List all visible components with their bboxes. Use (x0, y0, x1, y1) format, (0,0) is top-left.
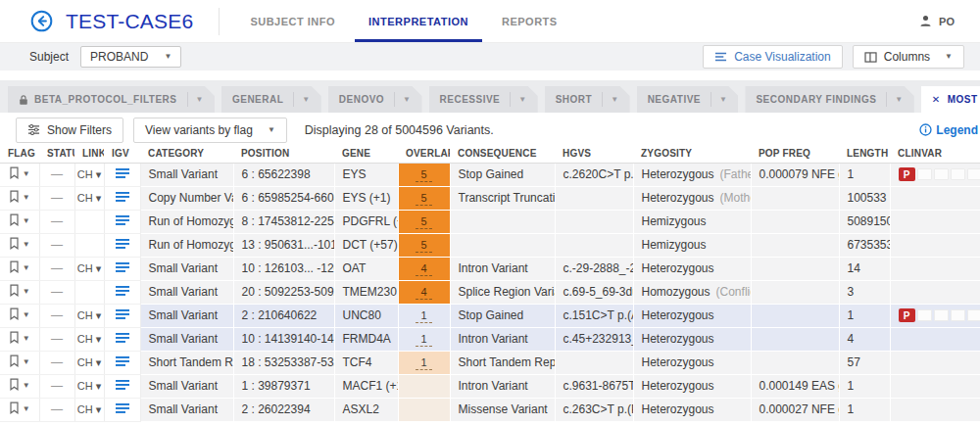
filter-tab-negative[interactable]: NEGATIVE▼ (637, 86, 739, 113)
igv-icon[interactable] (116, 333, 129, 343)
column-header-gene[interactable]: GENE (334, 147, 398, 163)
pathogenic-badge[interactable]: P (899, 308, 915, 322)
overlap-count[interactable]: 4 (416, 286, 431, 300)
columns-button[interactable]: Columns ▼ (853, 45, 964, 69)
nav-tab-reports[interactable]: REPORTS (485, 0, 574, 42)
nav-tab-interpretation[interactable]: INTERPRETATION (352, 0, 485, 42)
linked-dropdown[interactable]: CH ▾ (77, 168, 101, 180)
zygosity-cell: Heterozygous(Father) (633, 163, 751, 186)
filter-tab-most-likely[interactable]: ✕MOST LIKELY▼ (921, 86, 980, 113)
table-row[interactable]: ▼—Run of Homozygosity13 : 950631...-1017… (0, 233, 980, 257)
nav-tab-subject-info[interactable]: SUBJECT INFO (233, 0, 352, 42)
column-header-pop-freq[interactable]: POP FREQ (751, 147, 839, 163)
chevron-down-icon[interactable]: ▼ (188, 95, 212, 104)
column-header-length[interactable]: LENGTH (839, 147, 890, 163)
overlap-count[interactable]: 1 (416, 309, 431, 323)
table-row[interactable]: ▼—CH ▾Short Tandem Repe...18 : 53253387-… (0, 351, 980, 374)
flag-button[interactable]: ▼ (9, 401, 30, 417)
igv-icon[interactable] (116, 239, 129, 249)
chevron-down-icon[interactable]: ▼ (887, 95, 910, 104)
consequence-cell: Intron Variant (450, 374, 555, 398)
column-header-hgvs[interactable]: HGVS (555, 147, 633, 163)
igv-cell (104, 186, 140, 210)
table-row[interactable]: ▼—CH ▾Small Variant1 : 39879371MACF1 (+1… (0, 374, 980, 398)
igv-icon[interactable] (116, 356, 129, 366)
chevron-down-icon: ▼ (23, 194, 30, 202)
case-visualization-button[interactable]: Case Visualization (703, 45, 843, 69)
igv-icon[interactable] (116, 286, 129, 296)
table-row[interactable]: ▼—CH ▾Copy Number Variant6 : 65985254-66… (0, 186, 980, 210)
column-header-consequence[interactable]: CONSEQUENCE (450, 147, 555, 163)
overlap-count[interactable]: 5 (416, 215, 431, 229)
flag-button[interactable]: ▼ (9, 284, 30, 300)
flag-button[interactable]: ▼ (9, 190, 30, 206)
pathogenic-badge[interactable]: P (899, 167, 915, 181)
igv-icon[interactable] (116, 403, 129, 413)
table-row[interactable]: ▼—CH ▾Small Variant2 : 26022394ASXL2Miss… (0, 398, 980, 421)
flag-button[interactable]: ▼ (9, 213, 30, 229)
table-row[interactable]: ▼—CH ▾Small Variant10 : 126103... -12610… (0, 257, 980, 280)
column-header-position[interactable]: POSITION (233, 147, 334, 163)
table-row[interactable]: ▼—CH ▾Small Variant6 : 65622398EYS5Stop … (0, 163, 980, 186)
column-header-igv[interactable]: IGV (104, 147, 140, 163)
table-row[interactable]: ▼—CH ▾Small Variant2 : 210640622UNC801St… (0, 304, 980, 327)
flag-button[interactable]: ▼ (9, 166, 30, 182)
table-row[interactable]: ▼—Small Variant20 : 5092253-5092254TMEM2… (0, 280, 980, 304)
flag-button[interactable]: ▼ (9, 307, 30, 323)
filter-tab-secondary-findings[interactable]: SECONDARY FINDINGS▼ (745, 86, 913, 113)
column-header-zygosity[interactable]: ZYGOSITY (633, 147, 751, 163)
column-header-overlap[interactable]: OVERLAP (398, 147, 450, 163)
igv-icon[interactable] (116, 262, 129, 272)
linked-dropdown[interactable]: CH ▾ (77, 380, 101, 392)
igv-icon[interactable] (116, 215, 129, 225)
view-variants-by-dropdown[interactable]: View variants by flag ▼ (133, 118, 287, 143)
igv-icon[interactable] (116, 168, 129, 178)
overlap-count[interactable]: 1 (416, 356, 431, 370)
overlap-count[interactable]: 5 (416, 192, 431, 206)
user-chip[interactable]: PO (918, 14, 955, 28)
linked-dropdown[interactable]: CH ▾ (77, 309, 101, 321)
column-header-status[interactable]: STATUS (39, 147, 74, 163)
overlap-count[interactable]: 1 (416, 333, 431, 347)
igv-icon[interactable] (116, 380, 129, 390)
status-value: — (51, 379, 63, 393)
overlap-count[interactable]: 4 (416, 262, 431, 276)
overlap-count[interactable]: 5 (416, 239, 431, 253)
column-header-clinvar[interactable]: CLINVAR (890, 147, 980, 163)
linked-dropdown[interactable]: CH ▾ (77, 403, 101, 415)
flag-button[interactable]: ▼ (9, 237, 30, 253)
filter-tab-short[interactable]: SHORT▼ (545, 86, 630, 113)
igv-icon[interactable] (116, 192, 129, 202)
column-header-linked[interactable]: LINKED (74, 147, 104, 163)
subject-select[interactable]: PROBAND ▼ (80, 46, 181, 68)
chevron-down-icon[interactable]: ▼ (395, 95, 418, 104)
igv-icon[interactable] (116, 309, 129, 319)
linked-dropdown[interactable]: CH ▾ (77, 356, 101, 368)
linked-dropdown[interactable]: CH ▾ (77, 262, 101, 274)
flag-button[interactable]: ▼ (9, 260, 30, 276)
back-button[interactable] (29, 10, 53, 33)
chevron-down-icon[interactable]: ▼ (711, 95, 735, 104)
flag-button[interactable]: ▼ (9, 378, 30, 394)
table-row[interactable]: ▼—CH ▾Small Variant10 : 14139140-1413914… (0, 327, 980, 351)
chevron-down-icon[interactable]: ▼ (511, 95, 534, 104)
filter-tab-denovo[interactable]: DENOVO▼ (328, 86, 422, 113)
column-header-category[interactable]: CATEGORY (140, 147, 233, 163)
chevron-down-icon[interactable]: ▼ (603, 95, 626, 104)
column-header-flag[interactable]: FLAG (0, 147, 39, 163)
table-row[interactable]: ▼—Run of Homozygosity8 : 17453812-225429… (0, 210, 980, 233)
filter-tab-beta-protocol-filters[interactable]: BETA_PROTOCOL_FILTERS▼ (8, 86, 215, 113)
flag-button[interactable]: ▼ (9, 354, 30, 370)
legend-link[interactable]: Legend (919, 123, 980, 137)
filter-tab-general[interactable]: GENERAL▼ (221, 86, 321, 113)
linked-dropdown[interactable]: CH ▾ (77, 192, 101, 204)
show-filters-button[interactable]: Show Filters (16, 118, 123, 143)
chevron-down-icon[interactable]: ▼ (294, 95, 318, 104)
filter-tab-recessive[interactable]: RECESSIVE▼ (429, 86, 538, 113)
flag-button[interactable]: ▼ (9, 331, 30, 347)
linked-dropdown[interactable]: CH ▾ (77, 333, 101, 345)
position-cell: 1 : 39879371 (233, 374, 334, 398)
overlap-count[interactable]: 5 (416, 168, 431, 182)
pop-freq-cell (751, 233, 839, 257)
close-icon[interactable]: ✕ (932, 94, 941, 105)
